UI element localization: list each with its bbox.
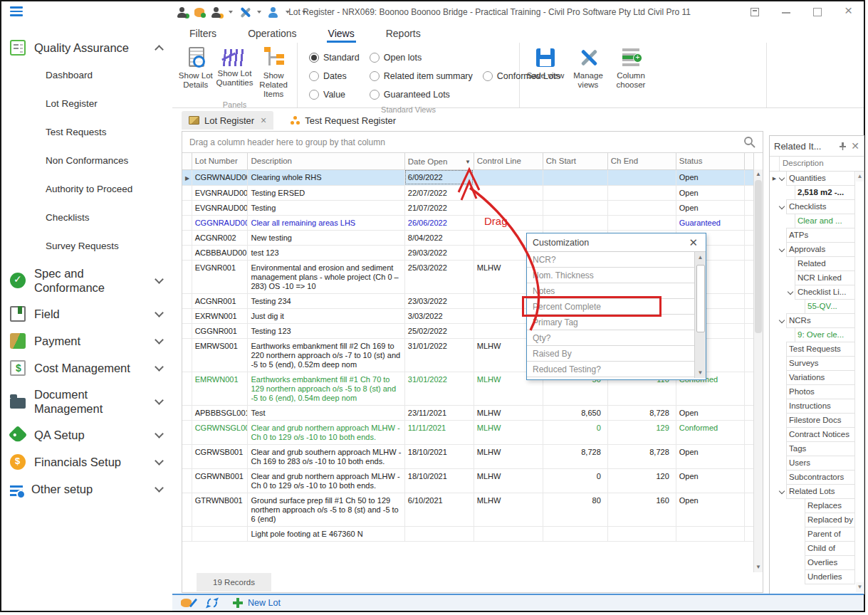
row-expander[interactable] bbox=[770, 371, 779, 385]
grid-row[interactable]: EVGNRAUD001 Testing 21/07/2022 Open bbox=[182, 200, 754, 215]
cell-description[interactable]: Testing 234 bbox=[248, 293, 404, 308]
tree-item[interactable]: Users bbox=[770, 456, 855, 471]
new-lot-button[interactable]: New Lot bbox=[233, 598, 281, 608]
cell-lot-number[interactable]: EXRWN001 bbox=[192, 308, 248, 323]
column-chooser-button[interactable]: Column chooser bbox=[611, 46, 651, 90]
radio-icon[interactable] bbox=[370, 90, 380, 100]
tree-item[interactable]: Related Lots bbox=[770, 485, 855, 499]
ribbon-tab-views[interactable]: Views bbox=[327, 26, 356, 43]
cell-control-line[interactable] bbox=[474, 169, 543, 185]
scroll-down-icon[interactable]: ▼ bbox=[695, 367, 706, 378]
customization-field-item[interactable]: Nom. Thickness bbox=[527, 268, 694, 283]
cell-control-line[interactable]: MLHW bbox=[474, 493, 543, 526]
chevron-down-icon[interactable] bbox=[779, 246, 785, 252]
grid-row[interactable]: Light pole footing at E 467360 N bbox=[182, 526, 754, 541]
cell-ch-end[interactable]: 129 bbox=[607, 420, 676, 444]
cell-ch-end[interactable]: 8,728 bbox=[607, 405, 676, 420]
grid-row[interactable]: EVGNRAUD002 Testing ERSED 22/07/2022 Ope… bbox=[182, 185, 754, 200]
cell-lot-number[interactable]: CGRWNAUD001 bbox=[192, 169, 248, 185]
cell-control-line[interactable]: MLHW bbox=[474, 444, 543, 468]
radio-related-item-summary[interactable]: Related item summary bbox=[370, 71, 473, 81]
tree-item[interactable]: NCRs bbox=[770, 314, 855, 328]
tree-item[interactable]: Replaced by bbox=[770, 513, 855, 527]
cell-status[interactable]: Open bbox=[676, 200, 744, 215]
cell-date-open[interactable]: 6/10/2021 bbox=[404, 493, 474, 526]
row-expander[interactable] bbox=[770, 342, 779, 357]
tree-item[interactable]: Surveys bbox=[770, 357, 855, 371]
row-expander[interactable] bbox=[770, 428, 779, 442]
cell-description[interactable]: Clear and grub southern approach MLHW - … bbox=[248, 444, 404, 468]
sidebar-item-lot-register[interactable]: Lot Register bbox=[1, 90, 172, 118]
tree-item[interactable]: NCR Linked bbox=[770, 271, 855, 285]
scroll-up-icon[interactable]: ▲ bbox=[856, 172, 864, 182]
cell-lot-number[interactable]: EMRWN001 bbox=[192, 372, 248, 405]
cell-status[interactable]: Open bbox=[676, 444, 744, 468]
cell-status[interactable]: Open bbox=[676, 185, 744, 200]
cell-description[interactable]: Earthworks embankment fill #2 Ch 169 to … bbox=[248, 338, 404, 372]
cell-date-open[interactable]: 8/04/2022 bbox=[404, 230, 474, 245]
row-expander[interactable] bbox=[788, 542, 798, 556]
radio-icon[interactable] bbox=[309, 71, 319, 81]
cell-status[interactable]: Open bbox=[676, 493, 744, 526]
radio-icon[interactable] bbox=[370, 53, 380, 63]
cell-date-open[interactable]: 26/06/2022 bbox=[404, 215, 474, 230]
cell-description[interactable]: Test bbox=[248, 405, 404, 420]
ribbon-display-icon[interactable] bbox=[750, 7, 760, 17]
radio-dates[interactable]: Dates bbox=[309, 71, 360, 81]
cell-date-open[interactable]: 21/07/2022 bbox=[404, 200, 474, 215]
tree-item[interactable]: Variations bbox=[770, 371, 855, 385]
minimize-button[interactable] bbox=[781, 7, 791, 17]
row-expander[interactable] bbox=[770, 485, 779, 499]
row-expander[interactable] bbox=[182, 200, 192, 215]
column-header-status[interactable]: Status bbox=[676, 153, 744, 169]
tree-item[interactable]: Photos bbox=[770, 385, 855, 399]
row-expander[interactable] bbox=[788, 527, 798, 542]
user-settings-icon[interactable] bbox=[211, 7, 222, 18]
cell-description[interactable]: Testing 123 bbox=[248, 323, 404, 338]
cell-date-open[interactable]: 23/11/2021 bbox=[404, 405, 474, 420]
cell-status[interactable]: Open bbox=[676, 169, 744, 185]
row-expander[interactable] bbox=[788, 300, 798, 314]
cell-ch-start[interactable] bbox=[543, 215, 607, 230]
cell-description[interactable]: Clear all remaining areas LHS bbox=[248, 215, 404, 230]
scroll-down-icon[interactable]: ▼ bbox=[856, 582, 864, 592]
sidebar-item-test-requests[interactable]: Test Requests bbox=[1, 118, 172, 147]
cell-ch-start[interactable]: 0 bbox=[543, 468, 607, 493]
show-related-items-button[interactable]: Show Related Items bbox=[256, 46, 291, 99]
customization-field-item[interactable]: Notes bbox=[527, 283, 694, 299]
sidebar-item-survey-requests[interactable]: Survey Requests bbox=[1, 232, 172, 261]
close-button[interactable] bbox=[844, 7, 854, 17]
row-expander[interactable] bbox=[770, 414, 779, 428]
row-expander[interactable] bbox=[182, 185, 192, 200]
tree-item[interactable]: 9: Over cle... bbox=[770, 328, 855, 342]
tree-item[interactable]: Parent of bbox=[770, 527, 855, 542]
sidebar-section-quality-assurance[interactable]: Quality Assurance bbox=[1, 34, 172, 61]
grid-row[interactable]: CGRWNSGL001 Clear and grub northern appr… bbox=[182, 420, 754, 444]
tab-close-icon[interactable]: × bbox=[259, 115, 266, 126]
cell-date-open[interactable]: 25/02/2022 bbox=[404, 323, 474, 338]
pin-icon[interactable] bbox=[838, 142, 847, 150]
tree-item[interactable]: ▶ Quantities bbox=[770, 172, 855, 186]
sidebar-section-document-management[interactable]: Document Management bbox=[1, 382, 172, 421]
cell-description[interactable]: test 123 bbox=[248, 245, 404, 260]
row-expander[interactable] bbox=[788, 513, 798, 527]
ribbon-tab-reports[interactable]: Reports bbox=[385, 26, 422, 43]
popup-scrollbar[interactable]: ▲ ▼ bbox=[694, 252, 706, 378]
sidebar-section-spec-and-conformance[interactable]: Spec and Conformance bbox=[1, 261, 172, 300]
cell-description[interactable]: Clear and grub northern approach MLHW - … bbox=[248, 420, 404, 444]
close-icon[interactable]: ✕ bbox=[686, 236, 700, 249]
customization-field-item[interactable]: Percent Complete bbox=[527, 299, 694, 315]
cell-control-line[interactable] bbox=[474, 200, 543, 215]
row-expander[interactable] bbox=[182, 420, 192, 444]
cell-lot-number[interactable]: CGRWSB001 bbox=[192, 444, 248, 468]
radio-icon[interactable] bbox=[309, 53, 319, 63]
grid-row[interactable]: GTRWNB001 Ground surface prep fill #1 Ch… bbox=[182, 493, 754, 526]
sort-desc-icon[interactable] bbox=[465, 157, 471, 167]
cell-lot-number[interactable]: EVGNRAUD002 bbox=[192, 185, 248, 200]
chevron-down-icon[interactable] bbox=[779, 204, 785, 209]
cell-control-line[interactable]: MLHW bbox=[474, 405, 543, 420]
cell-lot-number[interactable]: APBBBSGL001 bbox=[192, 405, 248, 420]
scroll-down-icon[interactable]: ▼ bbox=[754, 562, 763, 572]
customization-field-item[interactable]: Reduced Testing? bbox=[527, 362, 694, 377]
save-view-button[interactable]: Save view bbox=[525, 46, 565, 80]
